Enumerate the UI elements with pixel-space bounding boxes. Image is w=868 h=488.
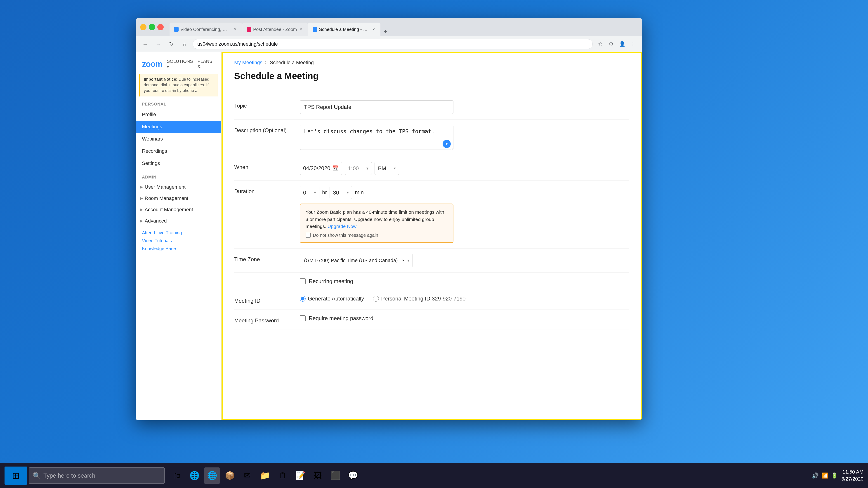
recurring-control: Recurring meeting [300,278,629,285]
sidebar-item-recordings[interactable]: Recordings [135,145,221,157]
taskbar-app-word[interactable]: 📝 [292,467,308,484]
taskbar-app-extra[interactable]: ⬛ [327,467,344,484]
chevron-icon-advanced: ▶ [140,219,143,223]
date-picker[interactable]: 04/20/2020 📅 [300,162,342,175]
menu-icon[interactable]: ⋮ [628,39,638,48]
browser-titlebar: Video Conferencing, Web Confe... × Post … [135,18,642,36]
date-value: 04/20/2020 [303,165,330,171]
dont-show-label: Do not show this message again [313,233,378,238]
meeting-password-label: Meeting Password [234,315,293,324]
breadcrumb: My Meetings > Schedule a Meeting [223,53,641,67]
browser-tab-2[interactable]: Post Attendee - Zoom × [242,23,308,36]
description-label: Description (Optional) [234,125,293,133]
taskbar-app-explorer[interactable]: 📁 [257,467,273,484]
taskbar-app-store[interactable]: 📦 [221,467,238,484]
tab-favicon-2 [247,27,251,32]
generate-auto-radio[interactable] [300,296,306,302]
start-button[interactable]: ⊞ [4,466,27,485]
taskbar-app-1[interactable]: 🗂 [168,467,185,484]
taskbar-app-ps[interactable]: 🖼 [310,467,326,484]
min-select[interactable]: 0 15 30 45 [333,190,344,196]
new-tab-button[interactable]: + [381,27,390,36]
tab-close-2[interactable]: × [299,27,303,32]
min-label: min [355,189,364,196]
browser-tab-1[interactable]: Video Conferencing, Web Confe... × [169,23,242,36]
duration-label: Duration [234,186,293,195]
tab-close-3[interactable]: × [371,27,376,32]
duration-control: 0 1 2 3 ▾ hr 0 [300,186,629,243]
zoom-nav-links: SOLUTIONS ▾ PLANS & [167,59,215,69]
personal-id-radio[interactable] [373,296,379,302]
recurring-checkbox[interactable] [300,278,306,284]
upgrade-now-link[interactable]: Upgrade Now [328,224,356,229]
sidebar-item-webinars[interactable]: Webinars [135,133,221,145]
taskbar-app-onenote[interactable]: 🗒 [274,467,291,484]
bookmark-icon[interactable]: ☆ [596,39,605,48]
taskbar-app-mail[interactable]: ✉ [239,467,255,484]
back-button[interactable]: ← [140,39,150,49]
extensions-icon[interactable]: ⚙ [607,39,616,48]
solutions-nav[interactable]: SOLUTIONS ▾ [167,59,194,69]
sidebar-item-advanced[interactable]: ▶ Advanced [135,215,221,227]
require-password-checkbox[interactable] [300,315,306,321]
time-select[interactable]: 1:00 1:30 2:00 [348,165,364,171]
taskbar-search-icon: 🔍 [33,472,41,480]
timezone-select[interactable]: (GMT-7:00) Pacific Time (US and Canada) … [303,257,405,263]
recordings-label: Recordings [142,148,167,154]
maximize-button[interactable] [149,24,155,30]
sidebar-item-room-management[interactable]: ▶ Room Management [135,193,221,204]
recurring-label: Recurring meeting [309,278,353,285]
timezone-select-wrapper: (GMT-7:00) Pacific Time (US and Canada) … [300,254,413,267]
close-button[interactable] [157,24,164,30]
notice-title: Important Notice: [144,77,178,82]
chevron-icon-user: ▶ [140,185,143,189]
ai-assist-icon[interactable]: ✦ [442,140,451,148]
meeting-password-control: Require meeting password [300,315,629,322]
topic-control [300,100,629,114]
zoom-logo: zoom [142,59,162,69]
recurring-label-empty [234,278,293,281]
taskbar-app-2[interactable]: 🌐 [186,467,203,484]
forward-button[interactable]: → [153,39,163,49]
sidebar-item-settings[interactable]: Settings [135,157,221,169]
description-textarea[interactable]: Let's discuss changes to the TPS format. [300,125,454,150]
live-training-link[interactable]: Attend Live Training [142,230,215,235]
hr-chevron-icon: ▾ [314,190,316,195]
tab-title-3: Schedule a Meeting - Zoom [319,27,370,32]
topic-input[interactable] [300,100,454,114]
ampm-select[interactable]: AM PM [378,165,392,171]
plans-nav[interactable]: PLANS & [197,59,215,69]
recurring-row: Recurring meeting [234,273,629,290]
taskbar-app-edge[interactable]: 🌐 [204,467,220,484]
taskbar-search[interactable]: 🔍 Type here to search [29,467,164,484]
clock-time: 11:50 AM [841,468,864,476]
sidebar-item-account-management[interactable]: ▶ Account Management [135,204,221,215]
calendar-icon: 📅 [333,165,339,171]
sidebar-item-meetings[interactable]: Meetings [135,121,221,133]
minimize-button[interactable] [140,24,147,30]
hr-select-wrapper: 0 1 2 3 ▾ [300,186,319,199]
video-tutorials-link[interactable]: Video Tutorials [142,238,215,243]
ampm-select-wrapper: AM PM ▾ [375,162,399,175]
browser-tab-3[interactable]: Schedule a Meeting - Zoom × [308,23,380,36]
hr-select[interactable]: 0 1 2 3 [303,190,312,196]
when-control: 04/20/2020 📅 1:00 1:30 2:00 ▾ [300,162,629,175]
description-textarea-wrapper: Let's discuss changes to the TPS format.… [300,125,454,151]
zoom-app: zoom SOLUTIONS ▾ PLANS & Important Notic… [135,52,642,420]
tab-close-1[interactable]: × [233,27,237,32]
breadcrumb-current: Schedule a Meeting [270,60,314,66]
generate-auto-option: Generate Automatically [300,295,364,302]
reload-button[interactable]: ↻ [166,39,176,49]
taskbar-app-zoom[interactable]: 💬 [345,467,361,484]
profile-icon[interactable]: 👤 [618,39,627,48]
home-button[interactable]: ⌂ [180,39,189,49]
breadcrumb-my-meetings[interactable]: My Meetings [234,60,262,66]
address-bar[interactable]: us04web.zoom.us/meeting/schedule [193,39,593,49]
meeting-id-label: Meeting ID [234,295,293,304]
schedule-container: My Meetings > Schedule a Meeting Schedul… [221,52,642,420]
dont-show-checkbox[interactable] [306,233,311,238]
sidebar-item-profile[interactable]: Profile [135,108,221,121]
sidebar-item-user-management[interactable]: ▶ User Management [135,182,221,193]
knowledge-base-link[interactable]: Knowledge Base [142,246,215,251]
browser-window: Video Conferencing, Web Confe... × Post … [135,18,642,420]
